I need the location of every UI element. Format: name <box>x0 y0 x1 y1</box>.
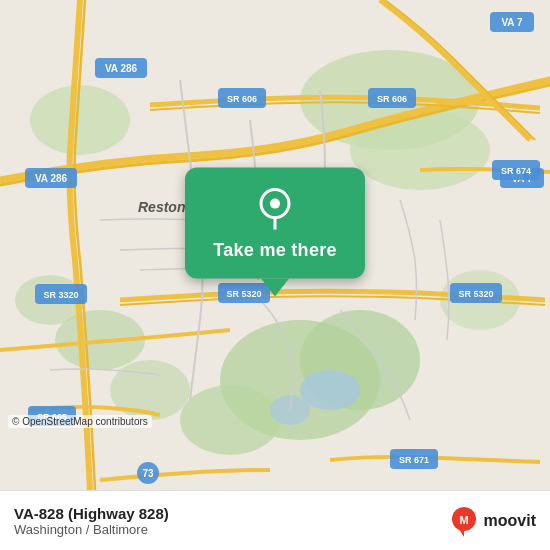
svg-point-6 <box>180 385 280 455</box>
osm-credit: © OpenStreetMap contributors <box>8 415 152 428</box>
region-label: Washington / Baltimore <box>14 522 169 537</box>
popup-overlay: Take me there <box>185 168 365 297</box>
popup-box: Take me there <box>185 168 365 279</box>
svg-text:Reston: Reston <box>138 199 185 215</box>
svg-text:SR 606: SR 606 <box>227 94 257 104</box>
moovit-brand-text: moovit <box>484 512 536 530</box>
svg-text:SR 674: SR 674 <box>501 166 531 176</box>
bottom-text-group: VA-828 (Highway 828) Washington / Baltim… <box>14 505 169 537</box>
svg-text:M: M <box>459 514 468 526</box>
svg-text:SR 671: SR 671 <box>399 455 429 465</box>
svg-text:SR 3320: SR 3320 <box>43 290 78 300</box>
svg-point-3 <box>30 85 130 155</box>
svg-text:VA 286: VA 286 <box>105 63 138 74</box>
bottom-bar: VA-828 (Highway 828) Washington / Baltim… <box>0 490 550 550</box>
moovit-brand-icon: M <box>448 505 480 537</box>
svg-text:VA 7: VA 7 <box>501 17 523 28</box>
moovit-logo: M moovit <box>448 505 536 537</box>
map-container: VA 7 VA 286 VA 286 SR 606 SR 606 VA 7 SR… <box>0 0 550 490</box>
location-pin-icon <box>253 186 297 230</box>
svg-point-11 <box>300 370 360 410</box>
svg-text:SR 5320: SR 5320 <box>458 289 493 299</box>
popup-triangle <box>261 279 289 297</box>
svg-text:73: 73 <box>142 468 154 479</box>
svg-text:SR 606: SR 606 <box>377 94 407 104</box>
svg-text:VA 286: VA 286 <box>35 173 68 184</box>
route-label: VA-828 (Highway 828) <box>14 505 169 522</box>
svg-point-41 <box>270 199 280 209</box>
take-me-there-button[interactable]: Take me there <box>213 240 337 261</box>
